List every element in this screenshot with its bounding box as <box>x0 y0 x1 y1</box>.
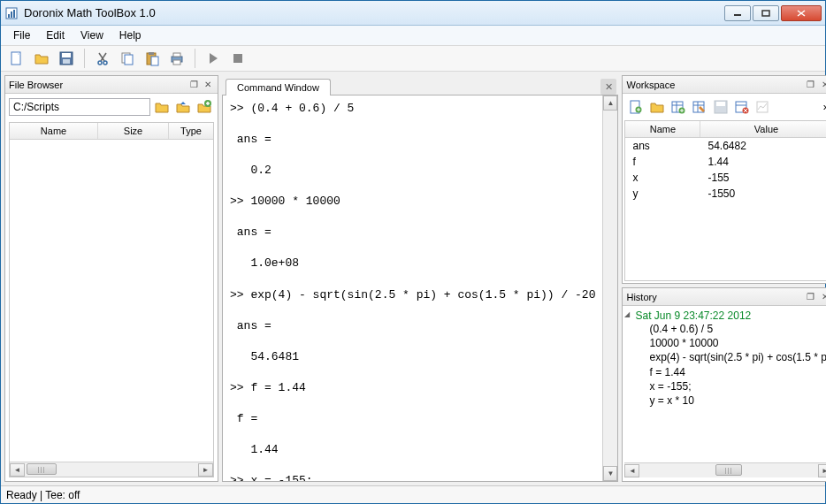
svg-rect-2 <box>11 11 12 18</box>
table-row[interactable]: y-1550 <box>625 186 826 202</box>
new-file-icon[interactable] <box>6 48 27 69</box>
table-row[interactable]: ans54.6482 <box>625 138 826 154</box>
svg-rect-23 <box>173 53 180 57</box>
status-bar: Ready | Tee: off <box>1 485 825 503</box>
history-hscroll[interactable]: ◄|||► <box>624 462 826 477</box>
file-list-hscroll[interactable]: ◄|||► <box>10 462 213 477</box>
ws-edit-icon[interactable] <box>690 97 709 117</box>
svg-rect-5 <box>762 11 769 16</box>
svg-rect-18 <box>125 55 133 65</box>
maximize-button[interactable] <box>753 5 779 21</box>
open-file-icon[interactable] <box>31 48 52 69</box>
app-window: Doronix Math ToolBox 1.0 File Edit View … <box>0 0 826 504</box>
ws-plot-icon[interactable] <box>753 97 773 117</box>
minimize-button[interactable] <box>724 5 751 21</box>
svg-rect-4 <box>734 14 741 16</box>
panel-close-icon[interactable]: ✕ <box>202 79 214 91</box>
svg-rect-11 <box>62 53 71 57</box>
file-browser-title: File Browser <box>9 80 186 90</box>
close-button[interactable] <box>781 5 822 21</box>
command-window-text[interactable]: >> (0.4 + 0.6) / 5 ans = 0.2 >> 10000 * … <box>223 95 602 481</box>
app-icon <box>4 6 19 20</box>
menu-edit[interactable]: Edit <box>39 27 72 43</box>
cut-icon[interactable] <box>92 48 113 69</box>
svg-rect-1 <box>8 14 10 18</box>
svg-marker-27 <box>180 102 186 104</box>
panel-close-icon[interactable]: ✕ <box>819 79 826 91</box>
svg-marker-25 <box>210 53 218 64</box>
path-input[interactable] <box>9 98 150 116</box>
status-text: Ready | Tee: off <box>6 489 80 501</box>
run-icon[interactable] <box>203 48 224 69</box>
menu-help[interactable]: Help <box>112 27 149 43</box>
save-icon[interactable] <box>56 48 77 69</box>
history-panel: History ❐ ✕ Sat Jun 9 23:47:22 2012 (0.4… <box>622 287 826 482</box>
history-timestamp[interactable]: Sat Jun 9 23:47:22 2012 <box>624 309 826 322</box>
copy-icon[interactable] <box>117 48 138 69</box>
up-folder-icon[interactable] <box>173 97 193 117</box>
toolbar <box>1 45 825 72</box>
file-browser-panel: File Browser ❐ ✕ Name Size Type <box>4 75 218 482</box>
svg-rect-26 <box>233 54 242 63</box>
svg-rect-46 <box>716 102 725 106</box>
svg-point-16 <box>103 61 107 65</box>
file-list-body[interactable] <box>10 140 213 462</box>
print-icon[interactable] <box>166 48 187 69</box>
col-size[interactable]: Size <box>98 123 169 139</box>
panel-undock-icon[interactable]: ❐ <box>805 79 817 91</box>
history-title: History <box>626 292 802 302</box>
svg-rect-3 <box>13 10 15 18</box>
ws-new-icon[interactable] <box>626 97 646 117</box>
col-type[interactable]: Type <box>169 123 213 139</box>
list-item[interactable]: exp(4) - sqrt(sin(2.5 * pi) + cos(1.5 * … <box>624 350 826 364</box>
ws-save-icon[interactable] <box>711 97 730 117</box>
list-item[interactable]: y = x * 10 <box>624 393 826 408</box>
tab-close-icon[interactable]: ✕ <box>600 79 616 95</box>
new-folder-icon[interactable] <box>195 97 214 117</box>
command-window-panel: Command Window ✕ >> (0.4 + 0.6) / 5 ans … <box>222 75 618 482</box>
menubar: File Edit View Help <box>1 26 825 45</box>
svg-rect-24 <box>173 60 180 65</box>
tab-command-window[interactable]: Command Window <box>226 79 331 95</box>
menu-file[interactable]: File <box>6 27 37 43</box>
browse-folder-icon[interactable] <box>152 97 172 117</box>
ws-more-icon[interactable]: » <box>820 101 826 113</box>
panel-undock-icon[interactable]: ❐ <box>805 291 817 303</box>
svg-point-15 <box>98 61 102 65</box>
window-title: Doronix Math ToolBox 1.0 <box>24 6 724 19</box>
workspace-panel: Workspace ❐ ✕ » <box>622 75 826 284</box>
list-item[interactable]: (0.4 + 0.6) / 5 <box>624 322 826 336</box>
ws-delete-icon[interactable] <box>732 97 752 117</box>
stop-icon[interactable] <box>227 48 249 69</box>
menu-view[interactable]: View <box>73 27 111 43</box>
workspace-table[interactable]: Name Value ans54.6482f1.44x-155y-1550 <box>624 120 826 281</box>
command-vscroll[interactable]: ▲▼ <box>602 95 617 481</box>
list-item[interactable]: 10000 * 10000 <box>624 336 826 350</box>
titlebar[interactable]: Doronix Math ToolBox 1.0 <box>1 1 825 26</box>
panel-undock-icon[interactable]: ❐ <box>187 79 200 91</box>
ws-open-icon[interactable] <box>647 97 667 117</box>
svg-rect-21 <box>151 57 158 65</box>
table-row[interactable]: x-155 <box>625 170 826 186</box>
list-item[interactable]: f = 1.44 <box>624 365 826 379</box>
content-area: File Browser ❐ ✕ Name Size Type <box>1 72 825 485</box>
ws-import-icon[interactable] <box>669 97 688 117</box>
file-list[interactable]: Name Size Type ◄|||► <box>9 122 214 477</box>
ws-col-name[interactable]: Name <box>625 121 700 137</box>
paste-icon[interactable] <box>141 48 163 69</box>
svg-rect-12 <box>63 59 70 64</box>
col-name[interactable]: Name <box>10 123 98 139</box>
ws-col-value[interactable]: Value <box>700 121 826 137</box>
workspace-title: Workspace <box>626 80 802 90</box>
svg-rect-20 <box>149 52 154 55</box>
table-row[interactable]: f1.44 <box>625 154 826 170</box>
list-item[interactable]: x = -155; <box>624 379 826 393</box>
panel-close-icon[interactable]: ✕ <box>819 291 826 303</box>
